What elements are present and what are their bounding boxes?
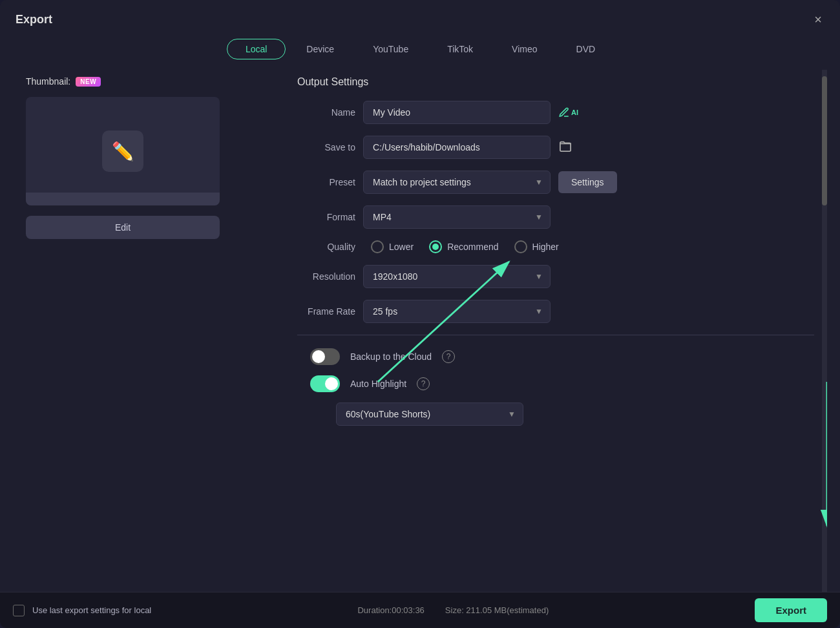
tab-dvd[interactable]: DVD xyxy=(558,39,614,59)
title-bar: Export × xyxy=(0,0,840,34)
frame-rate-label: Frame Rate xyxy=(297,306,355,317)
highlight-select-wrapper: 60s(YouTube Shorts) ▼ xyxy=(336,403,523,426)
bottom-bar: Use last export settings for local Durat… xyxy=(0,592,840,628)
divider xyxy=(297,335,814,335)
last-export-checkbox[interactable] xyxy=(13,605,25,616)
tab-local[interactable]: Local xyxy=(227,39,286,59)
resolution-select-wrapper: 1920x1080 ▼ xyxy=(363,265,551,288)
quality-recommend[interactable]: Recommend xyxy=(429,240,498,253)
tab-device[interactable]: Device xyxy=(288,39,352,59)
auto-highlight-toggle[interactable] xyxy=(310,375,340,392)
quality-lower[interactable]: Lower xyxy=(371,240,414,253)
radio-recommend-dot xyxy=(432,244,439,250)
preset-row: Preset Match to project settings ▼ Setti… xyxy=(297,171,814,194)
format-select-wrapper: MP4 ▼ xyxy=(363,205,551,229)
export-dialog: Export × Local Device YouTube TikTok Vim… xyxy=(0,0,840,628)
tab-tiktok[interactable]: TikTok xyxy=(429,39,491,59)
backup-cloud-label: Backup to the Cloud xyxy=(350,351,432,362)
save-to-input[interactable] xyxy=(363,136,551,159)
quality-row: Quality Lower Recommend Higher xyxy=(297,240,814,253)
frame-rate-row: Frame Rate 25 fps ▼ xyxy=(297,300,814,323)
name-input[interactable] xyxy=(363,101,551,124)
scrollbar-thumb[interactable] xyxy=(822,76,827,205)
tab-bar: Local Device YouTube TikTok Vimeo DVD xyxy=(0,34,840,70)
duration-text: Duration:00:03:36 xyxy=(357,605,424,615)
save-to-label: Save to xyxy=(297,142,355,152)
export-button[interactable]: Export xyxy=(755,598,827,622)
radio-lower-circle xyxy=(371,240,384,253)
name-label: Name xyxy=(297,107,355,118)
backup-cloud-row: Backup to the Cloud ? xyxy=(297,348,814,365)
save-to-row: Save to xyxy=(297,136,814,159)
quality-radio-group: Lower Recommend Higher xyxy=(371,240,559,253)
backup-help-icon[interactable]: ? xyxy=(442,350,455,363)
settings-button[interactable]: Settings xyxy=(558,171,617,193)
tab-vimeo[interactable]: Vimeo xyxy=(494,39,555,59)
radio-recommend-circle xyxy=(429,240,442,253)
thumbnail-bottom-bar xyxy=(26,193,220,205)
preset-select-wrapper: Match to project settings ▼ xyxy=(363,171,551,194)
ai-label: AI xyxy=(571,109,578,116)
size-text: Size: 211.05 MB(estimated) xyxy=(445,605,549,615)
main-content: Thumbnail: NEW ✏️ Edit Output Settings N… xyxy=(0,70,840,592)
bottom-left: Use last export settings for local xyxy=(13,605,151,616)
ai-rename-button[interactable]: AI xyxy=(558,107,578,118)
quality-label: Quality xyxy=(297,242,355,252)
frame-rate-select[interactable]: 25 fps xyxy=(363,300,551,323)
backup-cloud-knob xyxy=(312,350,325,363)
preset-select[interactable]: Match to project settings xyxy=(363,171,551,194)
right-panel: Output Settings Name AI Save to xyxy=(284,70,827,592)
scrollbar-track[interactable] xyxy=(822,70,827,592)
auto-highlight-help-icon[interactable]: ? xyxy=(417,377,430,390)
auto-highlight-knob xyxy=(325,377,338,390)
radio-higher-circle xyxy=(514,240,527,253)
name-row: Name AI xyxy=(297,101,814,124)
edit-button[interactable]: Edit xyxy=(26,216,220,239)
close-button[interactable]: × xyxy=(812,10,824,28)
resolution-row: Resolution 1920x1080 ▼ xyxy=(297,265,814,288)
left-panel: Thumbnail: NEW ✏️ Edit xyxy=(13,70,284,592)
resolution-select[interactable]: 1920x1080 xyxy=(363,265,551,288)
highlight-select-row: 60s(YouTube Shorts) ▼ xyxy=(297,403,814,426)
thumbnail-icon: ✏️ xyxy=(102,131,143,172)
thumbnail-label: Thumbnail: NEW xyxy=(26,76,271,87)
preset-label: Preset xyxy=(297,177,355,187)
new-badge: NEW xyxy=(76,77,101,87)
highlight-select[interactable]: 60s(YouTube Shorts) xyxy=(336,403,523,426)
backup-cloud-toggle[interactable] xyxy=(310,348,340,365)
format-row: Format MP4 ▼ xyxy=(297,205,814,229)
format-label: Format xyxy=(297,212,355,222)
thumbnail-preview: ✏️ xyxy=(26,97,220,205)
auto-highlight-row: Auto Highlight ? xyxy=(297,375,814,392)
quality-higher[interactable]: Higher xyxy=(514,240,559,253)
edit-pencil-icon: ✏️ xyxy=(112,141,134,162)
output-settings-title: Output Settings xyxy=(297,76,814,88)
bottom-center: Duration:00:03:36 Size: 211.05 MB(estima… xyxy=(357,605,549,615)
dialog-title: Export xyxy=(16,13,52,26)
auto-highlight-label: Auto Highlight xyxy=(350,379,406,389)
format-select[interactable]: MP4 xyxy=(363,205,551,229)
tab-youtube[interactable]: YouTube xyxy=(355,39,426,59)
resolution-label: Resolution xyxy=(297,271,355,282)
last-export-label: Use last export settings for local xyxy=(32,605,151,615)
frame-rate-select-wrapper: 25 fps ▼ xyxy=(363,300,551,323)
folder-button[interactable] xyxy=(558,140,572,155)
